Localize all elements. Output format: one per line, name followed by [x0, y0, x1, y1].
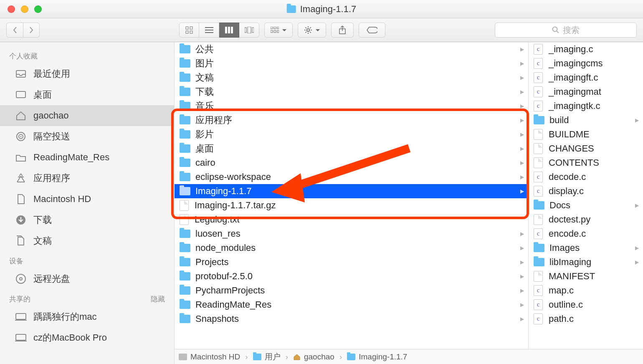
list-item[interactable]: cdecode.c [529, 170, 643, 184]
svg-rect-14 [274, 27, 276, 29]
folder-icon [534, 201, 544, 210]
list-item[interactable]: 下载▶ [175, 85, 528, 99]
c-file-icon: c [534, 58, 543, 69]
path-segment[interactable]: 用户 [253, 351, 281, 362]
sidebar-item[interactable]: 应用程序 [0, 168, 174, 189]
list-item[interactable]: Docs▶ [529, 198, 643, 212]
path-bar[interactable]: Macintosh HD›用户›gaochao›Imaging-1.1.7 [175, 349, 643, 364]
list-item[interactable]: build▶ [529, 113, 643, 127]
list-item[interactable]: Images▶ [529, 241, 643, 255]
list-item[interactable]: ReadingMate_Res▶ [175, 298, 528, 312]
minimize-window-button[interactable] [21, 5, 28, 13]
list-item[interactable]: luosen_res▶ [175, 227, 528, 241]
list-item[interactable]: c_imagingcms [529, 56, 643, 71]
list-item[interactable]: 图片▶ [175, 56, 528, 71]
path-sep-icon: › [286, 352, 288, 361]
svg-rect-8 [228, 27, 230, 33]
tags-button[interactable] [359, 23, 385, 38]
chevron-right-icon: ▶ [520, 61, 524, 66]
list-item[interactable]: cmap.c [529, 283, 643, 298]
sidebar-item[interactable]: ReadingMate_Res [0, 147, 174, 168]
list-item[interactable]: doctest.py [529, 212, 643, 227]
sidebar-hide-button[interactable]: 隐藏 [151, 294, 165, 304]
path-segment[interactable]: gaochao [293, 352, 334, 361]
c-file-icon: c [534, 86, 543, 97]
download-icon [15, 215, 27, 225]
list-item[interactable]: Legulog.txt [175, 212, 528, 227]
view-icon-button[interactable] [179, 23, 199, 38]
folder-icon [180, 258, 190, 266]
disc-icon [15, 274, 27, 283]
list-item[interactable]: 文稿▶ [175, 71, 528, 85]
list-item[interactable]: MANIFEST [529, 269, 643, 283]
sidebar-item[interactable]: 隔空投送 [0, 126, 174, 147]
list-item[interactable]: cencode.c [529, 227, 643, 241]
list-item[interactable]: c_imagingft.c [529, 71, 643, 85]
share-button[interactable] [331, 23, 354, 38]
sidebar-item-label: 桌面 [33, 88, 52, 101]
list-item[interactable]: PycharmProjects▶ [175, 283, 528, 298]
list-item-label: BUILDME [549, 129, 590, 140]
path-sep-icon: › [339, 352, 342, 361]
folder-icon [180, 286, 190, 295]
list-item[interactable]: Imaging-1.1.7.tar.gz [175, 198, 528, 212]
sidebar: 个人收藏最近使用桌面gaochao隔空投送ReadingMate_Res应用程序… [0, 42, 175, 364]
folder-icon [15, 153, 27, 162]
sidebar-item[interactable]: 下载 [0, 210, 174, 230]
arrange-button[interactable] [264, 23, 293, 38]
view-list-button[interactable] [199, 23, 219, 38]
list-item[interactable]: c_imaging.c [529, 42, 643, 56]
list-item[interactable]: protobuf-2.5.0▶ [175, 269, 528, 283]
list-item[interactable]: libImaging▶ [529, 255, 643, 269]
path-segment[interactable]: Imaging-1.1.7 [347, 352, 407, 361]
list-item[interactable]: CONTENTS [529, 156, 643, 170]
zoom-window-button[interactable] [34, 5, 42, 13]
list-item[interactable]: CHANGES [529, 142, 643, 156]
home-icon [293, 354, 301, 360]
sidebar-item[interactable]: 踽踽独行的mac [0, 306, 174, 327]
list-item[interactable]: cairo▶ [175, 156, 528, 170]
sidebar-item[interactable]: 文稿 [0, 230, 174, 251]
sidebar-item[interactable]: 桌面 [0, 84, 174, 105]
view-gallery-button[interactable] [239, 23, 259, 38]
sidebar-item-label: 隔空投送 [33, 130, 70, 143]
sidebar-item-label: ReadingMate_Res [33, 152, 109, 163]
list-item[interactable]: Snapshots▶ [175, 312, 528, 326]
sidebar-item[interactable]: 最近使用 [0, 63, 174, 84]
list-item[interactable]: 音乐▶ [175, 99, 528, 113]
list-item[interactable]: c_imagingmat [529, 85, 643, 99]
chevron-right-icon: ▶ [520, 174, 524, 180]
list-item[interactable]: eclipse-workspace▶ [175, 170, 528, 184]
close-window-button[interactable] [8, 5, 15, 13]
list-item[interactable]: node_modules▶ [175, 241, 528, 255]
list-item[interactable]: Imaging-1.1.7▶ [175, 184, 528, 198]
list-item[interactable]: 桌面▶ [175, 142, 528, 156]
path-segment[interactable]: Macintosh HD [179, 352, 240, 361]
list-item[interactable]: Projects▶ [175, 255, 528, 269]
list-item[interactable]: BUILDME [529, 127, 643, 142]
sidebar-item[interactable]: cz的MacBook Pro [0, 327, 174, 348]
search-field[interactable]: 搜索 [495, 23, 637, 38]
column-1[interactable]: 公共▶图片▶文稿▶下载▶音乐▶应用程序▶影片▶桌面▶cairo▶eclipse-… [175, 42, 529, 364]
list-item[interactable]: 公共▶ [175, 42, 528, 56]
list-item[interactable]: coutline.c [529, 298, 643, 312]
list-item[interactable]: c_imagingtk.c [529, 99, 643, 113]
folder-icon [534, 258, 544, 266]
sidebar-item-label: 最近使用 [33, 68, 70, 80]
sidebar-item[interactable]: gaochao [0, 105, 174, 126]
c-file-icon: c [534, 186, 543, 197]
sidebar-item[interactable]: Macintosh HD [0, 189, 174, 210]
list-item[interactable]: 影片▶ [175, 127, 528, 142]
c-file-icon: c [534, 72, 543, 83]
svg-rect-13 [271, 27, 273, 29]
sidebar-item[interactable]: 远程光盘 [0, 268, 174, 289]
list-item-label: 图片 [195, 57, 214, 70]
forward-button[interactable] [23, 23, 40, 38]
list-item[interactable]: cpath.c [529, 312, 643, 326]
list-item[interactable]: cdisplay.c [529, 184, 643, 198]
action-button[interactable] [298, 23, 326, 38]
view-column-button[interactable] [219, 23, 239, 38]
back-button[interactable] [6, 23, 23, 38]
column-2[interactable]: c_imaging.cc_imagingcmsc_imagingft.cc_im… [529, 42, 643, 364]
list-item[interactable]: 应用程序▶ [175, 113, 528, 127]
